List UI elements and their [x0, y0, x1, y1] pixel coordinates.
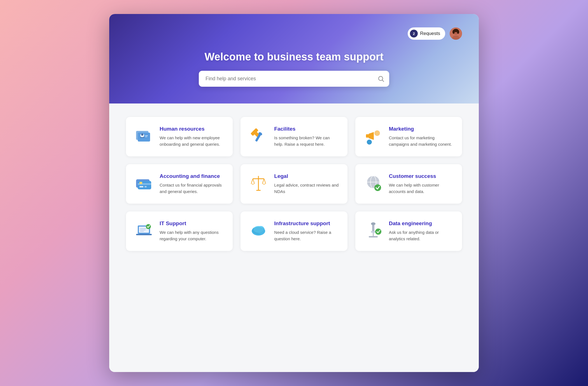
- svg-rect-13: [145, 135, 148, 136]
- svg-point-22: [374, 130, 380, 136]
- svg-point-54: [371, 222, 375, 225]
- svg-point-4: [452, 30, 455, 34]
- tools-icon: [248, 126, 269, 146]
- card-accounting-text: Accounting and finance Contact us for fi…: [160, 173, 225, 195]
- card-infrastructure[interactable]: Infrastructure support Need a cloud serv…: [241, 211, 347, 251]
- card-legal-text: Legal Legal advice, contract reviews and…: [274, 173, 339, 195]
- cards-grid: Human resources We can help with new emp…: [126, 117, 462, 251]
- card-human-resources[interactable]: Human resources We can help with new emp…: [126, 117, 233, 156]
- card-data-engineering[interactable]: Data engineering Ask us for anything dat…: [355, 211, 462, 251]
- top-bar: 2 Requests: [126, 27, 462, 40]
- svg-rect-45: [140, 230, 146, 230]
- card-it-support[interactable]: IT Support We can help with any question…: [126, 211, 233, 251]
- card-hr-title: Human resources: [160, 126, 225, 132]
- svg-line-7: [382, 80, 384, 81]
- card-data-title: Data engineering: [389, 220, 454, 227]
- svg-rect-28: [144, 186, 147, 187]
- card-customer-text: Customer success We can help with custom…: [389, 173, 454, 195]
- hr-icon: [134, 126, 154, 146]
- svg-rect-29: [139, 182, 142, 184]
- svg-point-5: [457, 30, 459, 34]
- card-infra-title: Infrastructure support: [274, 220, 339, 227]
- svg-rect-21: [366, 134, 369, 138]
- hero-section: 2 Requests Welcome to business team supp…: [109, 14, 479, 103]
- avatar[interactable]: [450, 27, 462, 40]
- search-container: [199, 71, 389, 87]
- megaphone-icon: [363, 126, 383, 146]
- svg-rect-36: [256, 190, 261, 191]
- svg-line-34: [262, 179, 264, 184]
- card-infra-text: Infrastructure support Need a cloud serv…: [274, 220, 339, 242]
- card-facilities-title: Facilites: [274, 126, 339, 132]
- svg-point-58: [375, 229, 381, 235]
- laptop-icon: [134, 220, 154, 241]
- card-facilities-desc: Is something broken? We can help. Raise …: [274, 135, 339, 147]
- svg-line-33: [253, 179, 255, 184]
- svg-rect-56: [369, 236, 378, 237]
- svg-rect-43: [136, 234, 152, 235]
- card-marketing-text: Marketing Contact us for marketing campa…: [389, 126, 454, 147]
- card-accounting[interactable]: Accounting and finance Contact us for fi…: [126, 164, 233, 204]
- card-accounting-title: Accounting and finance: [160, 173, 225, 179]
- card-accounting-desc: Contact us for financial approvals and g…: [160, 182, 225, 195]
- card-facilities-text: Facilites Is something broken? We can he…: [274, 126, 339, 147]
- card-legal-desc: Legal advice, contract reviews and NDAs: [274, 182, 339, 195]
- card-data-text: Data engineering Ask us for anything dat…: [389, 220, 454, 242]
- requests-label: Requests: [420, 31, 440, 36]
- svg-point-11: [141, 133, 143, 136]
- svg-point-52: [252, 227, 265, 234]
- app-frame: 2 Requests Welcome to business team supp…: [109, 14, 479, 372]
- customer-icon: [363, 173, 383, 193]
- search-input[interactable]: [199, 71, 389, 87]
- card-legal-title: Legal: [274, 173, 339, 179]
- card-customer-desc: We can help with customer accounts and d…: [389, 182, 454, 195]
- search-icon: [378, 76, 384, 82]
- svg-rect-14: [145, 136, 147, 137]
- cloud-icon: [248, 220, 269, 241]
- card-marketing-desc: Contact us for marketing campaigns and m…: [389, 135, 454, 147]
- svg-point-6: [379, 76, 383, 81]
- svg-rect-55: [371, 231, 375, 233]
- svg-rect-12: [140, 137, 144, 138]
- svg-point-40: [374, 184, 381, 191]
- card-hr-text: Human resources We can help with new emp…: [160, 126, 225, 147]
- card-customer-success[interactable]: Customer success We can help with custom…: [355, 164, 462, 204]
- card-legal[interactable]: Legal Legal advice, contract reviews and…: [241, 164, 347, 204]
- card-data-desc: Ask us for anything data or analytics re…: [389, 229, 454, 242]
- microscope-icon: [363, 220, 383, 241]
- requests-badge: 2: [410, 30, 418, 37]
- scales-icon: [248, 173, 269, 193]
- card-infra-desc: Need a cloud service? Raise a question h…: [274, 229, 339, 242]
- svg-rect-46: [140, 231, 144, 232]
- card-it-text: IT Support We can help with any question…: [160, 220, 225, 242]
- svg-rect-27: [139, 186, 143, 187]
- card-facilities[interactable]: Facilites Is something broken? We can he…: [241, 117, 347, 156]
- card-customer-title: Customer success: [389, 173, 454, 179]
- main-content: Human resources We can help with new emp…: [109, 103, 479, 372]
- card-it-title: IT Support: [160, 220, 225, 227]
- svg-marker-20: [369, 132, 374, 140]
- card-icon: [134, 173, 154, 193]
- card-marketing[interactable]: Marketing Contact us for marketing campa…: [355, 117, 462, 156]
- svg-point-23: [367, 140, 372, 145]
- requests-button[interactable]: 2 Requests: [408, 27, 445, 40]
- svg-line-32: [251, 179, 253, 184]
- card-marketing-title: Marketing: [389, 126, 454, 132]
- page-title: Welcome to business team support: [126, 51, 462, 63]
- card-it-desc: We can help with any questions regarding…: [160, 229, 225, 242]
- card-hr-desc: We can help with new employee onboarding…: [160, 135, 225, 147]
- svg-line-35: [264, 179, 266, 184]
